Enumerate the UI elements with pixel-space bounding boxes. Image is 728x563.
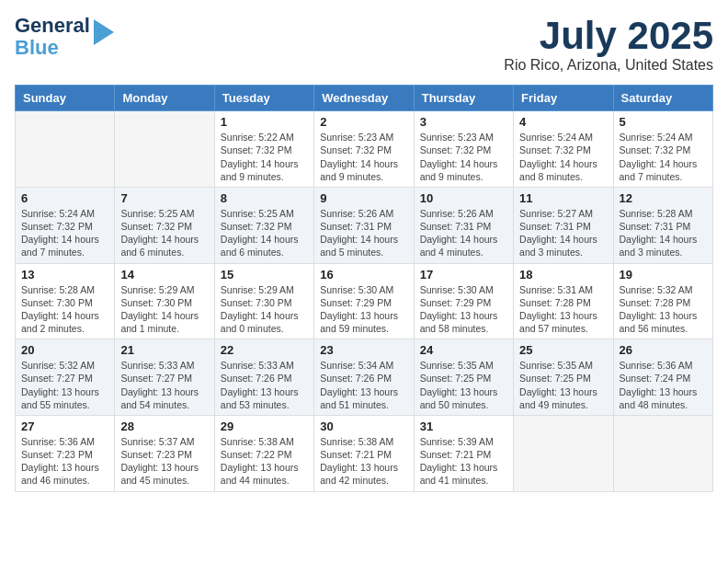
calendar-cell [115, 111, 214, 188]
day-info: Sunrise: 5:37 AM Sunset: 7:23 PM Dayligh… [120, 435, 208, 488]
day-info: Sunrise: 5:35 AM Sunset: 7:25 PM Dayligh… [420, 359, 507, 411]
logo: GeneralBlue [15, 15, 114, 59]
calendar-cell: 16Sunrise: 5:30 AM Sunset: 7:29 PM Dayli… [314, 263, 414, 339]
day-info: Sunrise: 5:30 AM Sunset: 7:29 PM Dayligh… [320, 283, 407, 336]
day-number: 2 [320, 115, 407, 129]
day-number: 14 [120, 268, 208, 282]
day-number: 5 [620, 115, 707, 129]
day-info: Sunrise: 5:36 AM Sunset: 7:24 PM Dayligh… [620, 359, 707, 411]
day-info: Sunrise: 5:28 AM Sunset: 7:31 PM Dayligh… [620, 207, 707, 259]
calendar-cell: 28Sunrise: 5:37 AM Sunset: 7:23 PM Dayli… [115, 415, 214, 491]
calendar-cell: 26Sunrise: 5:36 AM Sunset: 7:24 PM Dayli… [613, 339, 712, 416]
day-info: Sunrise: 5:24 AM Sunset: 7:32 PM Dayligh… [21, 207, 108, 259]
location-subtitle: Rio Rico, Arizona, United States [504, 57, 713, 74]
day-number: 30 [320, 419, 407, 433]
calendar-cell: 9Sunrise: 5:26 AM Sunset: 7:31 PM Daylig… [314, 187, 414, 263]
day-info: Sunrise: 5:39 AM Sunset: 7:21 PM Dayligh… [420, 435, 507, 488]
calendar-cell: 23Sunrise: 5:34 AM Sunset: 7:26 PM Dayli… [314, 339, 414, 416]
calendar-cell: 27Sunrise: 5:36 AM Sunset: 7:23 PM Dayli… [16, 415, 115, 491]
day-info: Sunrise: 5:26 AM Sunset: 7:31 PM Dayligh… [420, 207, 507, 259]
calendar-cell: 17Sunrise: 5:30 AM Sunset: 7:29 PM Dayli… [414, 263, 513, 339]
calendar-cell: 21Sunrise: 5:33 AM Sunset: 7:27 PM Dayli… [115, 339, 214, 416]
calendar-cell: 11Sunrise: 5:27 AM Sunset: 7:31 PM Dayli… [514, 187, 613, 263]
calendar-cell [514, 415, 613, 491]
day-number: 3 [420, 115, 507, 129]
day-info: Sunrise: 5:27 AM Sunset: 7:31 PM Dayligh… [519, 207, 607, 259]
calendar-cell: 6Sunrise: 5:24 AM Sunset: 7:32 PM Daylig… [16, 187, 115, 263]
calendar-cell: 13Sunrise: 5:28 AM Sunset: 7:30 PM Dayli… [16, 263, 115, 339]
day-number: 26 [620, 343, 707, 357]
day-number: 9 [320, 191, 407, 205]
calendar-cell: 25Sunrise: 5:35 AM Sunset: 7:25 PM Dayli… [514, 339, 613, 416]
calendar-cell: 19Sunrise: 5:32 AM Sunset: 7:28 PM Dayli… [613, 263, 712, 339]
day-number: 25 [519, 343, 607, 357]
calendar-week-row: 27Sunrise: 5:36 AM Sunset: 7:23 PM Dayli… [16, 415, 713, 491]
day-number: 20 [21, 343, 108, 357]
calendar-header-wednesday: Wednesday [314, 86, 414, 111]
day-info: Sunrise: 5:29 AM Sunset: 7:30 PM Dayligh… [120, 283, 208, 336]
calendar-header-sunday: Sunday [16, 86, 115, 111]
day-number: 19 [620, 268, 707, 282]
calendar-cell: 29Sunrise: 5:38 AM Sunset: 7:22 PM Dayli… [214, 415, 313, 491]
calendar-week-row: 6Sunrise: 5:24 AM Sunset: 7:32 PM Daylig… [16, 187, 713, 263]
day-info: Sunrise: 5:26 AM Sunset: 7:31 PM Dayligh… [320, 207, 407, 259]
day-info: Sunrise: 5:33 AM Sunset: 7:27 PM Dayligh… [120, 359, 208, 411]
day-number: 1 [221, 115, 308, 129]
calendar-cell: 18Sunrise: 5:31 AM Sunset: 7:28 PM Dayli… [514, 263, 613, 339]
day-info: Sunrise: 5:23 AM Sunset: 7:32 PM Dayligh… [320, 131, 407, 183]
day-number: 31 [420, 419, 507, 433]
day-info: Sunrise: 5:32 AM Sunset: 7:27 PM Dayligh… [21, 359, 108, 411]
calendar-cell: 30Sunrise: 5:38 AM Sunset: 7:21 PM Dayli… [314, 415, 414, 491]
day-info: Sunrise: 5:22 AM Sunset: 7:32 PM Dayligh… [221, 131, 308, 183]
calendar-cell: 3Sunrise: 5:23 AM Sunset: 7:32 PM Daylig… [414, 111, 513, 188]
day-info: Sunrise: 5:29 AM Sunset: 7:30 PM Dayligh… [221, 283, 308, 336]
day-number: 18 [519, 268, 607, 282]
calendar-cell: 10Sunrise: 5:26 AM Sunset: 7:31 PM Dayli… [414, 187, 513, 263]
calendar-cell: 12Sunrise: 5:28 AM Sunset: 7:31 PM Dayli… [613, 187, 712, 263]
day-number: 12 [620, 191, 707, 205]
title-block: July 2025 Rio Rico, Arizona, United Stat… [504, 15, 713, 74]
day-number: 6 [21, 191, 108, 205]
calendar-cell: 31Sunrise: 5:39 AM Sunset: 7:21 PM Dayli… [414, 415, 513, 491]
calendar-cell: 7Sunrise: 5:25 AM Sunset: 7:32 PM Daylig… [115, 187, 214, 263]
calendar-table: SundayMondayTuesdayWednesdayThursdayFrid… [15, 85, 713, 491]
day-info: Sunrise: 5:35 AM Sunset: 7:25 PM Dayligh… [519, 359, 607, 411]
logo-arrow-icon [94, 19, 114, 45]
day-info: Sunrise: 5:25 AM Sunset: 7:32 PM Dayligh… [221, 207, 308, 259]
day-number: 15 [221, 268, 308, 282]
calendar-header-monday: Monday [115, 86, 214, 111]
calendar-cell: 4Sunrise: 5:24 AM Sunset: 7:32 PM Daylig… [514, 111, 613, 188]
calendar-cell: 24Sunrise: 5:35 AM Sunset: 7:25 PM Dayli… [414, 339, 513, 416]
calendar-cell: 5Sunrise: 5:24 AM Sunset: 7:32 PM Daylig… [613, 111, 712, 188]
day-number: 17 [420, 268, 507, 282]
day-info: Sunrise: 5:38 AM Sunset: 7:22 PM Dayligh… [221, 435, 308, 488]
day-info: Sunrise: 5:24 AM Sunset: 7:32 PM Dayligh… [620, 131, 707, 183]
calendar-header-row: SundayMondayTuesdayWednesdayThursdayFrid… [16, 86, 713, 111]
day-number: 13 [21, 268, 108, 282]
day-info: Sunrise: 5:28 AM Sunset: 7:30 PM Dayligh… [21, 283, 108, 336]
day-number: 10 [420, 191, 507, 205]
day-info: Sunrise: 5:31 AM Sunset: 7:28 PM Dayligh… [519, 283, 607, 336]
day-info: Sunrise: 5:36 AM Sunset: 7:23 PM Dayligh… [21, 435, 108, 488]
calendar-header-tuesday: Tuesday [214, 86, 313, 111]
calendar-header-thursday: Thursday [414, 86, 513, 111]
page-header: GeneralBlue July 2025 Rio Rico, Arizona,… [15, 15, 713, 74]
calendar-cell [16, 111, 115, 188]
day-number: 16 [320, 268, 407, 282]
calendar-cell: 14Sunrise: 5:29 AM Sunset: 7:30 PM Dayli… [115, 263, 214, 339]
calendar-week-row: 20Sunrise: 5:32 AM Sunset: 7:27 PM Dayli… [16, 339, 713, 416]
calendar-cell: 8Sunrise: 5:25 AM Sunset: 7:32 PM Daylig… [214, 187, 313, 263]
month-title: July 2025 [504, 15, 713, 57]
calendar-week-row: 1Sunrise: 5:22 AM Sunset: 7:32 PM Daylig… [16, 111, 713, 188]
calendar-header-saturday: Saturday [613, 86, 712, 111]
calendar-cell: 2Sunrise: 5:23 AM Sunset: 7:32 PM Daylig… [314, 111, 414, 188]
day-info: Sunrise: 5:34 AM Sunset: 7:26 PM Dayligh… [320, 359, 407, 411]
day-number: 8 [221, 191, 308, 205]
calendar-cell [613, 415, 712, 491]
calendar-cell: 20Sunrise: 5:32 AM Sunset: 7:27 PM Dayli… [16, 339, 115, 416]
day-info: Sunrise: 5:30 AM Sunset: 7:29 PM Dayligh… [420, 283, 507, 336]
day-number: 24 [420, 343, 507, 357]
day-info: Sunrise: 5:38 AM Sunset: 7:21 PM Dayligh… [320, 435, 407, 488]
day-info: Sunrise: 5:33 AM Sunset: 7:26 PM Dayligh… [221, 359, 308, 411]
calendar-week-row: 13Sunrise: 5:28 AM Sunset: 7:30 PM Dayli… [16, 263, 713, 339]
